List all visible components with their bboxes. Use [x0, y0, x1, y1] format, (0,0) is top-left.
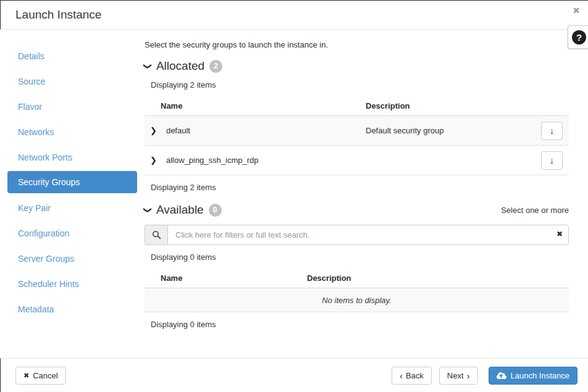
sidebar-item-networks[interactable]: Networks — [7, 119, 137, 144]
clear-search-icon[interactable]: ✖ — [556, 230, 563, 238]
modal-footer: ✖ Cancel ‹ Back Next › Launch Instance — [0, 358, 588, 392]
available-table: Name Description No items to display. — [145, 268, 569, 312]
sidebar-item-configuration[interactable]: Configuration — [7, 220, 137, 246]
available-displaying-bottom: Displaying 0 items — [151, 320, 569, 329]
next-button[interactable]: Next › — [439, 367, 478, 385]
sidebar-item-server-groups[interactable]: Server Groups — [7, 246, 137, 271]
modal-header: Launch Instance ✖ — [0, 1, 588, 30]
sidebar-item-scheduler-hints[interactable]: Scheduler Hints — [7, 271, 137, 296]
chevron-down-icon[interactable]: ❯ — [143, 207, 153, 214]
search-icon — [152, 230, 161, 240]
sidebar-item-metadata[interactable]: Metadata — [7, 296, 137, 322]
available-table-header: Name Description — [145, 268, 569, 288]
deallocate-button[interactable]: ↓ — [541, 151, 563, 170]
empty-table-row: No items to display. — [145, 288, 569, 312]
search-bar: ✖ — [145, 225, 569, 245]
allocated-title: Allocated — [156, 59, 204, 73]
page-title: Launch Instance — [15, 8, 101, 22]
sidebar-item-security-groups[interactable]: Security Groups — [7, 171, 137, 193]
security-group-description: Default security group — [366, 126, 534, 135]
arrow-down-icon: ↓ — [550, 126, 554, 136]
available-section-header: ❯ Available 0 Select one or more — [145, 203, 569, 217]
column-header-description: Description — [366, 101, 540, 111]
step-content: Select the security groups to launch the… — [145, 30, 569, 359]
search-input[interactable] — [167, 225, 569, 245]
x-icon: ✖ — [23, 372, 29, 380]
cloud-upload-icon — [497, 372, 506, 380]
select-hint: Select one or more — [501, 206, 569, 215]
allocated-count-badge: 2 — [209, 60, 222, 73]
chevron-right-icon[interactable]: ❯ — [145, 156, 157, 165]
allocated-displaying-top: Displaying 2 items — [151, 80, 569, 90]
chevron-down-icon[interactable]: ❯ — [143, 63, 153, 70]
column-header-name: Name — [145, 101, 366, 111]
back-button[interactable]: ‹ Back — [392, 367, 432, 385]
allocated-table-header: Name Description — [145, 96, 569, 116]
chevron-left-icon: ‹ — [400, 371, 403, 380]
sidebar-item-network-ports[interactable]: Network Ports — [7, 144, 137, 170]
arrow-down-icon: ↓ — [550, 156, 554, 165]
column-header-name: Name — [145, 273, 307, 283]
security-group-name: allow_ping_ssh_icmp_rdp — [166, 156, 259, 165]
close-icon[interactable]: ✖ — [573, 6, 580, 15]
sidebar-item-details[interactable]: Details — [7, 43, 137, 69]
available-displaying-top: Displaying 0 items — [151, 252, 569, 262]
launch-instance-button[interactable]: Launch Instance — [489, 367, 578, 385]
sidebar-item-source[interactable]: Source — [7, 69, 137, 94]
search-addon[interactable] — [145, 225, 167, 245]
table-row: ❯ allow_ping_ssh_icmp_rdp ↓ — [145, 146, 569, 175]
column-header-description: Description — [307, 273, 569, 283]
available-count-badge: 0 — [209, 204, 222, 217]
cancel-button[interactable]: ✖ Cancel — [15, 367, 66, 385]
allocated-section-header: ❯ Allocated 2 — [145, 59, 569, 73]
available-title: Available — [156, 203, 204, 217]
table-row: ❯ default Default security group ↓ — [145, 116, 569, 146]
allocated-displaying-bottom: Displaying 2 items — [151, 183, 569, 192]
step-description: Select the security groups to launch the… — [145, 40, 569, 49]
launch-instance-modal: Launch Instance ✖ ? Details Source Flavo… — [0, 0, 588, 392]
wizard-sidebar: Details Source Flavor Networks Network P… — [0, 30, 145, 359]
sidebar-item-key-pair[interactable]: Key Pair — [7, 195, 137, 220]
no-items-message: No items to display. — [322, 296, 391, 305]
help-icon: ? — [572, 30, 586, 44]
modal-body: Details Source Flavor Networks Network P… — [0, 30, 588, 359]
allocated-table: Name Description ❯ default Default secur… — [145, 96, 569, 175]
help-button[interactable]: ? — [568, 25, 588, 49]
chevron-right-icon: › — [467, 371, 470, 380]
security-group-name: default — [166, 126, 190, 135]
sidebar-item-flavor[interactable]: Flavor — [7, 94, 137, 119]
deallocate-button[interactable]: ↓ — [541, 122, 563, 140]
chevron-right-icon[interactable]: ❯ — [145, 126, 157, 135]
